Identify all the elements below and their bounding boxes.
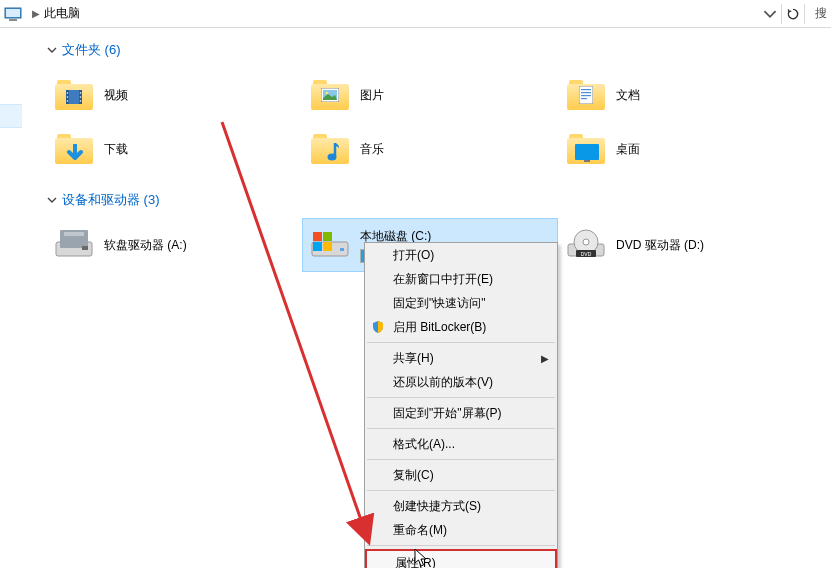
svg-rect-16 bbox=[581, 89, 591, 90]
folders-grid: 视频 图片 文档 bbox=[46, 68, 831, 176]
svg-point-8 bbox=[67, 100, 69, 102]
ctx-pin-start[interactable]: 固定到"开始"屏幕(P) bbox=[365, 401, 557, 425]
svg-rect-18 bbox=[581, 95, 591, 96]
downloads-folder-icon bbox=[52, 127, 96, 171]
ctx-format[interactable]: 格式化(A)... bbox=[365, 432, 557, 456]
separator bbox=[367, 545, 555, 546]
search-input[interactable]: 搜 bbox=[809, 5, 827, 22]
folder-label: 桌面 bbox=[616, 141, 640, 158]
folder-pictures[interactable]: 图片 bbox=[302, 68, 558, 122]
local-disk-icon bbox=[308, 223, 352, 267]
section-folders-header[interactable]: 文件夹 (6) bbox=[46, 40, 831, 60]
svg-rect-25 bbox=[64, 232, 84, 236]
dropdown-icon[interactable] bbox=[763, 7, 777, 21]
pictures-folder-icon bbox=[308, 73, 352, 117]
drive-label: 软盘驱动器 (A:) bbox=[104, 237, 296, 254]
svg-point-10 bbox=[80, 96, 82, 98]
svg-rect-1 bbox=[6, 9, 20, 17]
submenu-arrow-icon: ▶ bbox=[541, 353, 549, 364]
dvd-drive-icon: DVD bbox=[564, 223, 608, 267]
svg-point-11 bbox=[80, 100, 82, 102]
svg-rect-21 bbox=[575, 144, 599, 160]
desktop-folder-icon bbox=[564, 127, 608, 171]
address-title: 此电脑 bbox=[44, 5, 80, 22]
svg-rect-17 bbox=[581, 92, 591, 93]
floppy-drive-icon bbox=[52, 223, 96, 267]
folder-label: 视频 bbox=[104, 87, 128, 104]
music-folder-icon bbox=[308, 127, 352, 171]
svg-point-6 bbox=[67, 92, 69, 94]
videos-folder-icon bbox=[52, 73, 96, 117]
separator bbox=[367, 428, 555, 429]
separator bbox=[367, 490, 555, 491]
svg-rect-19 bbox=[581, 98, 587, 99]
address-path[interactable]: ▶ 此电脑 bbox=[4, 5, 763, 22]
ctx-pin-quick-access[interactable]: 固定到"快速访问" bbox=[365, 291, 557, 315]
separator bbox=[367, 459, 555, 460]
folder-documents[interactable]: 文档 bbox=[558, 68, 814, 122]
ctx-bitlocker[interactable]: 启用 BitLocker(B) bbox=[365, 315, 557, 339]
folder-downloads[interactable]: 下载 bbox=[46, 122, 302, 176]
nav-selection-stub bbox=[0, 104, 22, 128]
svg-point-35 bbox=[583, 239, 589, 245]
folder-label: 文档 bbox=[616, 87, 640, 104]
svg-rect-30 bbox=[323, 232, 332, 241]
separator bbox=[367, 397, 555, 398]
this-pc-icon bbox=[4, 7, 22, 21]
cursor-icon bbox=[414, 548, 430, 568]
svg-rect-28 bbox=[340, 248, 344, 251]
folder-videos[interactable]: 视频 bbox=[46, 68, 302, 122]
svg-point-20 bbox=[328, 154, 337, 161]
folder-music[interactable]: 音乐 bbox=[302, 122, 558, 176]
ctx-copy[interactable]: 复制(C) bbox=[365, 463, 557, 487]
folder-label: 图片 bbox=[360, 87, 384, 104]
folder-desktop[interactable]: 桌面 bbox=[558, 122, 814, 176]
svg-rect-26 bbox=[82, 246, 88, 250]
drive-dvd[interactable]: DVD DVD 驱动器 (D:) bbox=[558, 218, 814, 272]
ctx-properties[interactable]: 属性(R) bbox=[365, 549, 557, 568]
svg-text:DVD: DVD bbox=[581, 251, 592, 257]
address-bar: ▶ 此电脑 搜 bbox=[0, 0, 831, 28]
ctx-previous-versions[interactable]: 还原以前的版本(V) bbox=[365, 370, 557, 394]
section-devices-header[interactable]: 设备和驱动器 (3) bbox=[46, 190, 831, 210]
drive-floppy[interactable]: 软盘驱动器 (A:) bbox=[46, 218, 302, 272]
ctx-open-new-window[interactable]: 在新窗口中打开(E) bbox=[365, 267, 557, 291]
divider bbox=[804, 4, 805, 24]
drive-label: DVD 驱动器 (D:) bbox=[616, 237, 808, 254]
ctx-rename[interactable]: 重命名(M) bbox=[365, 518, 557, 542]
ctx-create-shortcut[interactable]: 创建快捷方式(S) bbox=[365, 494, 557, 518]
folder-label: 音乐 bbox=[360, 141, 384, 158]
svg-point-9 bbox=[80, 92, 82, 94]
svg-rect-2 bbox=[9, 19, 17, 21]
folder-label: 下载 bbox=[104, 141, 128, 158]
context-menu: 打开(O) 在新窗口中打开(E) 固定到"快速访问" 启用 BitLocker(… bbox=[364, 242, 558, 568]
ctx-share[interactable]: 共享(H)▶ bbox=[365, 346, 557, 370]
ctx-open[interactable]: 打开(O) bbox=[365, 243, 557, 267]
refresh-icon[interactable] bbox=[786, 7, 800, 21]
svg-rect-29 bbox=[313, 232, 322, 241]
svg-point-7 bbox=[67, 96, 69, 98]
svg-rect-22 bbox=[584, 160, 590, 162]
chevron-down-icon bbox=[46, 44, 58, 56]
shield-icon bbox=[370, 319, 386, 335]
chevron-right-icon: ▶ bbox=[32, 8, 40, 19]
separator bbox=[367, 342, 555, 343]
divider bbox=[781, 4, 782, 24]
chevron-down-icon bbox=[46, 194, 58, 206]
documents-folder-icon bbox=[564, 73, 608, 117]
svg-rect-31 bbox=[313, 242, 322, 251]
svg-rect-32 bbox=[323, 242, 332, 251]
